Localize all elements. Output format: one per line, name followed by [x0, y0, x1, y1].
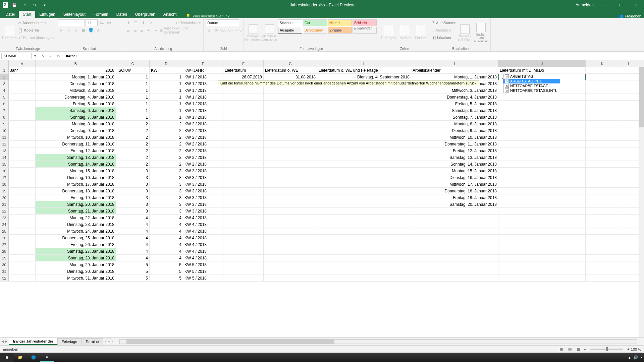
table-row[interactable]: 6 Freitag, 5. Januar 2018 1 1 KW 1 / 201… — [0, 101, 644, 107]
row-header[interactable]: 8 — [0, 114, 9, 120]
normal-view-icon[interactable]: ▦ — [557, 346, 565, 352]
tab-ueberpruefen[interactable]: Überprüfen — [131, 11, 159, 18]
formula-input[interactable]: =Arbei — [64, 54, 644, 58]
horizontal-scrollbar[interactable] — [119, 339, 637, 344]
row-header[interactable]: 25 — [0, 228, 9, 234]
sheet-tab[interactable]: Termine — [81, 338, 103, 345]
col-header[interactable]: B — [36, 60, 116, 67]
row-header[interactable]: 23 — [0, 215, 9, 221]
sheet-nav-prev-icon[interactable]: ◀ — [1, 339, 4, 344]
name-box-dropdown-icon[interactable]: ▾ — [33, 54, 38, 58]
col-header[interactable]: L — [619, 60, 639, 67]
table-row[interactable]: 16 Montag, 15. Januar 2018 3 3 KW 3 / 20… — [0, 168, 644, 174]
table-row[interactable]: 27 Freitag, 26. Januar 2018 4 4 KW 4 / 2… — [0, 241, 644, 248]
row-header[interactable]: 31 — [0, 268, 9, 275]
style-schlecht[interactable]: Schlecht — [353, 19, 377, 26]
zoom-out-icon[interactable]: − — [584, 347, 586, 351]
browser-icon[interactable]: 🌐 — [27, 353, 40, 362]
style-erklaerend[interactable]: Erklärender ... — [353, 27, 377, 34]
row-header[interactable]: 6 — [0, 101, 9, 107]
number-format-select[interactable]: Datum — [206, 19, 239, 26]
file-explorer-icon[interactable]: 📁 — [13, 353, 27, 362]
tray-menu-icon[interactable]: ▸ — [641, 355, 643, 360]
row-header[interactable]: 5 — [0, 94, 9, 100]
table-row[interactable]: 29 Sonntag, 28. Januar 2018 4 4 KW 4 / 2… — [0, 255, 644, 261]
tab-seitenlayout[interactable]: Seitenlayout — [59, 11, 90, 18]
style-standard[interactable]: Standard — [278, 19, 302, 26]
func-item[interactable]: fxARBEITSTAG.INTL — [503, 79, 560, 83]
tab-formeln[interactable]: Formeln — [90, 11, 112, 18]
row-header[interactable]: 28 — [0, 248, 9, 254]
row-header[interactable]: 29 — [0, 255, 9, 261]
autosum-button[interactable]: ΣAutoSumme — [432, 19, 456, 26]
zoom-in-icon[interactable]: + — [627, 347, 629, 351]
table-row[interactable]: 20 Freitag, 19. Januar 2018 3 3 KW 3 / 2… — [0, 194, 644, 201]
col-header[interactable]: J — [498, 60, 586, 67]
cancel-formula-icon[interactable]: ✕ — [39, 53, 46, 59]
page-break-view-icon[interactable]: ▥ — [575, 346, 582, 352]
table-row[interactable]: 10 Dienstag, 9. Januar 2018 2 2 KW 2 / 2… — [0, 127, 644, 134]
row-header[interactable]: 15 — [0, 161, 9, 167]
table-row[interactable]: 24 Dienstag, 23. Januar 2018 4 4 KW 4 / … — [0, 221, 644, 228]
row-header[interactable]: 19 — [0, 188, 9, 194]
table-row[interactable]: 8 Sonntag, 7. Januar 2018 1 1 KW 1 / 201… — [0, 114, 644, 121]
col-header[interactable]: E — [183, 60, 223, 67]
func-item[interactable]: fxNETTOARBEITSTAGE.INTL — [503, 88, 560, 93]
table-row[interactable]: 28 Samstag, 27. Januar 2018 4 4 KW 4 / 2… — [0, 248, 644, 255]
table-row[interactable]: 21 Samstag, 20. Januar 2018 3 3 KW 3 / 2… — [0, 201, 644, 208]
table-row[interactable]: 25 Mittwoch, 24. Januar 2018 4 4 KW 4 / … — [0, 228, 644, 235]
style-eingabe[interactable]: Eingabe — [328, 27, 352, 34]
row-header[interactable]: 9 — [0, 121, 9, 127]
row-header[interactable]: 10 — [0, 127, 9, 134]
table-row[interactable]: 19 Donnerstag, 18. Januar 2018 3 3 KW 3 … — [0, 188, 644, 194]
clear-button[interactable]: ◧Löschen — [432, 34, 456, 41]
sheet-tab[interactable]: Feiertage — [57, 338, 82, 345]
tab-datei[interactable]: Datei — [1, 11, 19, 18]
fx-icon[interactable]: fx — [55, 53, 62, 59]
table-row[interactable]: 30 Montag, 29. Januar 2018 5 5 KW 5 / 20… — [0, 261, 644, 268]
row-header[interactable]: 22 — [0, 208, 9, 214]
table-row[interactable]: 11 Mittwoch, 10. Januar 2018 2 2 KW 2 / … — [0, 134, 644, 141]
row-header[interactable]: 16 — [0, 168, 9, 174]
col-header[interactable]: D — [150, 60, 183, 67]
row-header[interactable]: 17 — [0, 174, 9, 181]
share-button[interactable]: Freigeben — [625, 14, 641, 18]
add-sheet-button[interactable]: + — [105, 338, 113, 345]
undo-icon[interactable]: ↶ — [21, 1, 28, 9]
table-row[interactable]: 23 Montag, 22. Januar 2018 4 4 KW 4 / 20… — [0, 215, 644, 221]
table-row[interactable]: 7 Samstag, 6. Januar 2018 1 1 KW 1 / 201… — [0, 107, 644, 114]
row-header[interactable]: 20 — [0, 194, 9, 201]
table-row[interactable]: 5 Donnerstag, 4. Januar 2018 1 1 KW 1 / … — [0, 94, 644, 101]
select-all-corner[interactable] — [0, 60, 9, 67]
table-row[interactable]: 26 Donnerstag, 25. Januar 2018 4 4 KW 4 … — [0, 235, 644, 241]
redo-icon[interactable]: ↷ — [31, 1, 38, 9]
close-icon[interactable]: ✕ — [629, 0, 644, 10]
row-header[interactable]: 14 — [0, 154, 9, 161]
style-berechnung[interactable]: Berechnung — [303, 27, 327, 34]
table-row[interactable]: 14 Samstag, 13. Januar 2018 2 2 KW 2 / 2… — [0, 154, 644, 161]
name-box[interactable]: SUMME — [1, 53, 32, 59]
row-header[interactable]: 21 — [0, 201, 9, 207]
tell-me-search[interactable]: 💡 Was möchten Sie tun? — [180, 14, 229, 18]
style-gut[interactable]: Gut — [303, 19, 327, 26]
row-header[interactable]: 13 — [0, 147, 9, 154]
qat-customize-icon[interactable]: ▾ — [41, 1, 48, 9]
tab-daten[interactable]: Daten — [112, 11, 131, 18]
save-icon[interactable]: 💾 — [11, 1, 18, 9]
col-header[interactable]: H — [317, 60, 411, 67]
row-header[interactable]: 4 — [0, 87, 9, 94]
tray-up-icon[interactable]: ▴ — [629, 355, 631, 360]
row-header[interactable]: 1 — [0, 67, 9, 73]
style-ausgabe[interactable]: Ausgabe — [278, 27, 302, 34]
row-header[interactable]: 27 — [0, 241, 9, 248]
zoom-thumb[interactable] — [606, 347, 608, 351]
row-header[interactable]: 18 — [0, 181, 9, 187]
table-row[interactable]: 15 Sonntag, 14. Januar 2018 2 2 KW 2 / 2… — [0, 161, 644, 168]
row-header[interactable]: 32 — [0, 275, 9, 281]
row-header[interactable]: 12 — [0, 141, 9, 147]
zoom-level[interactable]: 100 % — [631, 347, 641, 351]
table-row[interactable]: 17 Dienstag, 16. Januar 2018 3 3 KW 3 / … — [0, 174, 644, 181]
col-header[interactable]: K — [586, 60, 619, 67]
tab-start[interactable]: Start — [19, 11, 35, 18]
page-layout-view-icon[interactable]: ▤ — [566, 346, 574, 352]
